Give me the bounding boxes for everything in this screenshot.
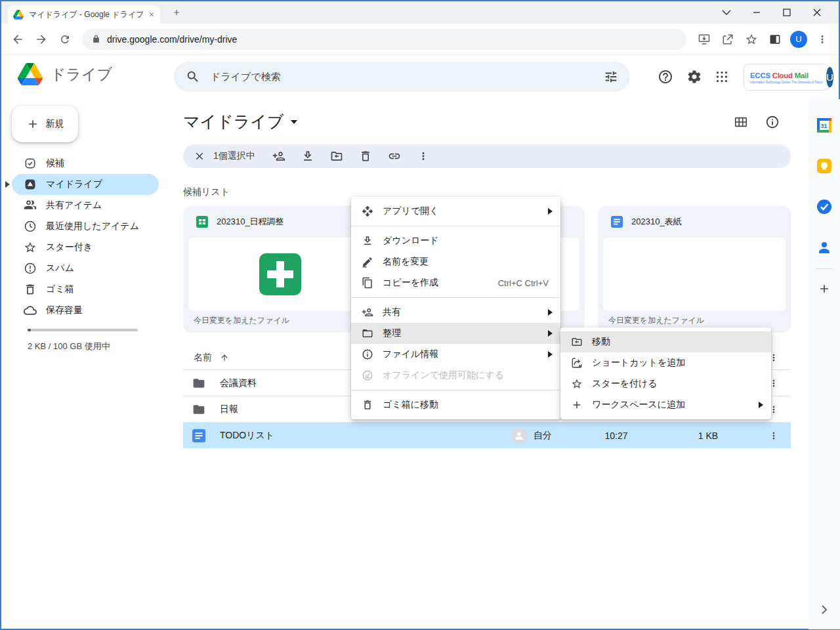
grid-view-toggle-icon[interactable] xyxy=(733,114,749,130)
side-panel-icon[interactable] xyxy=(764,28,786,51)
submenu-item-add-to-workspace[interactable]: ワークスペースに追加 xyxy=(560,394,771,415)
sidebar-item-suggested[interactable]: 候補 xyxy=(12,153,159,174)
bookmark-star-icon[interactable] xyxy=(740,28,763,51)
side-panel-rail: 31 xyxy=(808,99,840,629)
details-info-icon[interactable] xyxy=(765,114,780,130)
sidebar: 新規 候補 マイドライブ 共有アイテム 最近使用したアイ xyxy=(1,99,169,352)
menu-item-organize[interactable]: 整理 xyxy=(351,323,560,344)
file-name: 日報 xyxy=(220,404,238,415)
row-kebab-icon[interactable] xyxy=(767,430,780,441)
page-title[interactable]: マイドライブ xyxy=(183,111,297,133)
menu-item-make-copy[interactable]: コピーを作成 Ctrl+C Ctrl+V xyxy=(351,272,560,293)
submenu-item-move[interactable]: 移動 xyxy=(560,331,771,352)
submenu-arrow-icon xyxy=(548,208,553,215)
menu-item-open-with[interactable]: アプリで開く xyxy=(351,201,560,222)
keep-icon[interactable] xyxy=(814,156,835,177)
trash-icon[interactable] xyxy=(351,144,380,168)
menu-item-share[interactable]: 共有 xyxy=(351,302,560,323)
organize-folder-icon xyxy=(360,327,375,339)
browser-titlebar: マイドライブ - Google ドライブ xyxy=(1,1,839,24)
clear-selection-icon[interactable] xyxy=(194,150,205,162)
submenu-item-add-shortcut[interactable]: ショートカットを追加 xyxy=(560,352,771,373)
search-options-icon[interactable] xyxy=(604,70,618,84)
reload-icon[interactable] xyxy=(54,28,76,51)
table-row-selected[interactable]: TODOリスト 自分 10:27 1 KB xyxy=(183,422,791,448)
menu-item-move-to-trash[interactable]: ゴミ箱に移動 xyxy=(351,394,560,415)
sheets-logo-tile xyxy=(259,253,301,295)
sidebar-item-recent[interactable]: 最近使用したアイテム xyxy=(12,216,159,237)
download-icon[interactable] xyxy=(293,144,322,168)
window-close-button[interactable] xyxy=(802,1,832,24)
move-folder-icon xyxy=(570,336,584,348)
browser-menu-kebab-icon[interactable] xyxy=(811,28,833,51)
settings-gear-icon[interactable] xyxy=(686,68,703,85)
search-input[interactable]: ドライブで検索 xyxy=(174,62,630,92)
lock-icon[interactable] xyxy=(92,35,100,43)
browser-tab[interactable]: マイドライブ - Google ドライブ xyxy=(8,5,160,24)
docs-file-icon xyxy=(192,429,205,442)
install-icon[interactable] xyxy=(693,28,715,51)
share-icon[interactable] xyxy=(717,28,739,51)
new-tab-button[interactable] xyxy=(172,8,181,17)
sidebar-item-my-drive[interactable]: マイドライブ xyxy=(12,174,159,195)
shortcut-hint: Ctrl+C Ctrl+V xyxy=(498,278,549,288)
card-reason-text: 今日変更を加えたファイル xyxy=(608,315,704,326)
open-with-icon xyxy=(360,205,375,217)
back-icon[interactable] xyxy=(7,28,29,51)
selection-toolbar: 1個選択中 xyxy=(183,144,791,168)
move-folder-icon[interactable] xyxy=(322,144,351,168)
sidebar-item-spam[interactable]: スパム xyxy=(12,258,159,279)
star-icon xyxy=(24,241,37,254)
window-maximize-button[interactable] xyxy=(772,1,802,24)
more-actions-kebab-icon[interactable] xyxy=(409,144,438,168)
rename-pencil-icon xyxy=(360,256,375,268)
copy-link-icon[interactable] xyxy=(380,144,409,168)
menu-item-rename[interactable]: 名前を変更 xyxy=(351,251,560,272)
tab-search-chevron-icon[interactable] xyxy=(711,1,742,24)
menu-item-download[interactable]: ダウンロード xyxy=(351,230,560,251)
sort-ascending-icon[interactable] xyxy=(220,353,229,362)
info-icon xyxy=(360,348,375,360)
url-bar[interactable]: drive.google.com/drive/my-drive xyxy=(83,29,686,50)
calendar-icon[interactable]: 31 xyxy=(814,115,835,136)
account-badge[interactable]: ECCS Cloud Mail Information Technology C… xyxy=(744,64,830,91)
storage-usage-text: 2 KB / 100 GB 使用中 xyxy=(28,341,169,352)
suggestion-card[interactable]: 202310_表紙 今日変更を加えたファイル xyxy=(598,206,791,333)
sidebar-item-shared[interactable]: 共有アイテム xyxy=(12,195,159,216)
people-icon xyxy=(24,199,37,212)
help-icon[interactable] xyxy=(657,68,674,85)
context-menu: アプリで開く ダウンロード 名前を変更 コピーを作成 Ctrl+C Ctrl+V… xyxy=(351,197,560,419)
expand-caret-icon[interactable] xyxy=(5,181,10,188)
account-avatar[interactable]: U xyxy=(826,67,833,87)
sidebar-item-trash[interactable]: ゴミ箱 xyxy=(12,279,159,300)
contacts-icon[interactable] xyxy=(814,237,835,258)
my-drive-icon xyxy=(24,178,37,191)
approval-check-icon xyxy=(24,157,37,170)
browser-profile-avatar[interactable]: U xyxy=(790,31,807,48)
card-file-name: 202310_日程調整 xyxy=(217,216,284,228)
name-column-header[interactable]: 名前 xyxy=(194,352,212,364)
folder-icon xyxy=(192,403,205,416)
storage-progress-bar xyxy=(28,329,138,331)
folder-icon xyxy=(192,377,205,390)
forward-icon[interactable] xyxy=(30,28,52,51)
sidebar-item-storage[interactable]: 保存容量 xyxy=(12,300,159,321)
copy-icon xyxy=(360,277,375,289)
tab-close-icon[interactable] xyxy=(148,11,155,18)
add-shortcut-icon xyxy=(570,357,584,369)
file-name: 会議資料 xyxy=(220,377,257,389)
suggestion-card[interactable]: 202310_日程調整 今日変更を加えたファイル xyxy=(183,206,377,333)
tasks-icon[interactable] xyxy=(814,196,835,217)
menu-item-file-info[interactable]: ファイル情報 xyxy=(351,344,560,365)
new-button[interactable]: 新規 xyxy=(12,106,78,142)
share-person-add-icon[interactable] xyxy=(264,144,293,168)
drive-logo[interactable]: ドライブ xyxy=(18,63,112,85)
search-icon[interactable] xyxy=(186,70,200,84)
collapse-panel-chevron-icon[interactable] xyxy=(814,599,835,620)
google-apps-grid-icon[interactable] xyxy=(713,68,730,85)
file-name: TODOリスト xyxy=(220,430,274,442)
sidebar-item-starred[interactable]: スター付き xyxy=(12,237,159,258)
submenu-item-add-star[interactable]: スターを付ける xyxy=(560,373,771,394)
window-minimize-button[interactable] xyxy=(742,1,772,24)
add-addon-plus-icon[interactable] xyxy=(814,278,835,299)
